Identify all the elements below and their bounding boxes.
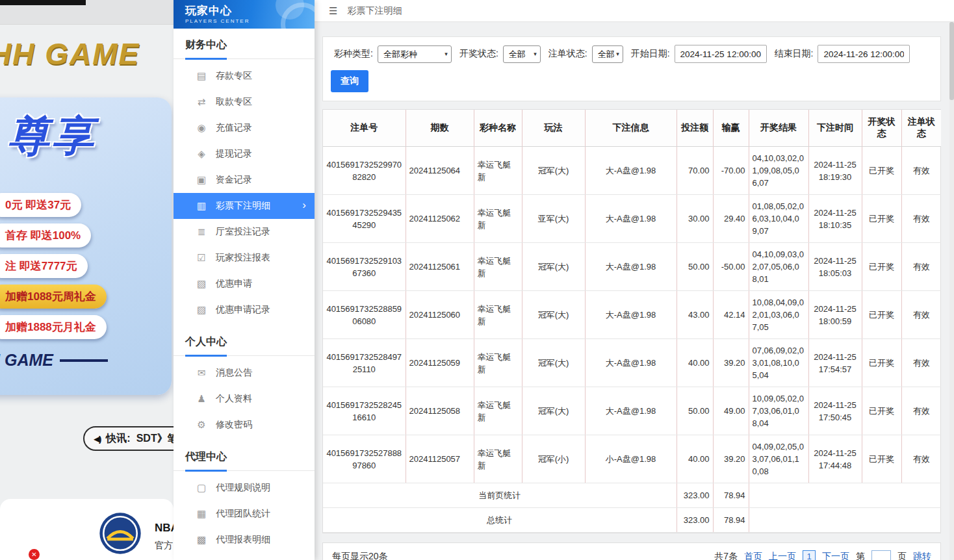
total-summary-label: 总统计 [323,508,677,533]
cell-lottery: 幸运飞艇新 [474,435,522,483]
cell-lottery: 幸运飞艇新 [474,195,522,243]
cell-bet-time: 2024-11-25 18:19:30 [808,147,862,195]
sidebar-item-promo-apply-records[interactable]: ▨ 优惠申请记录 [174,297,315,323]
cell-order-no: 401569173252885906080 [323,291,406,339]
lottery-type-select[interactable]: 全部彩种 ▾ [378,45,452,63]
sidebar-item-deposit[interactable]: ▤ 存款专区 [174,63,315,89]
cell-amount: 70.00 [677,147,713,195]
draw-status-select[interactable]: 全部 ▾ [503,45,541,63]
cell-bet-time: 2024-11-25 18:05:03 [808,243,862,291]
prev-page-link[interactable]: 上一页 [769,551,796,560]
sidebar-item-label: 优惠申请记录 [216,304,270,316]
cell-bet-info: 大-A盘@1.98 [585,243,677,291]
section-finance-title: 财务中心 [185,38,227,60]
sidebar-item-agent-report-details[interactable]: ▩ 代理报表明细 [174,527,315,553]
col-amount: 投注额 [677,110,713,147]
cell-result: 01,08,05,02,06,03,10,04,09,07 [749,195,808,243]
total-summary-win-loss: 78.94 [713,508,749,533]
sidebar-item-profile[interactable]: ♟ 个人资料 [174,386,315,412]
cell-draw-status: 已开奖 [862,243,901,291]
sidebar-item-label: 提现记录 [216,148,252,160]
sidebar-subtitle: PLAYERS CENTER [185,18,315,24]
col-order-status: 注单状态 [901,110,941,147]
sidebar-item-hall-bet-records[interactable]: ≣ 厅室投注记录 [174,219,315,245]
hamburger-icon[interactable]: ☰ [329,5,337,17]
promo-footer-text: H GAME [0,351,53,370]
cell-period: 20241125057 [406,435,474,483]
query-button[interactable]: 查询 [331,70,368,92]
col-period: 期数 [406,110,474,147]
cell-play: 冠军(大) [522,147,585,195]
section-personal-title: 个人中心 [185,335,227,357]
total-summary-row: 总统计 323.00 78.94 [323,508,941,533]
cell-order-status: 有效 [901,387,941,435]
ticker-label: 快讯: [106,432,130,446]
sidebar-item-bet-details[interactable]: ▥ 彩票下注明细 › [174,193,315,219]
section-finance: 财务中心 [174,29,315,59]
page-jump-input[interactable] [871,550,891,560]
cell-order-status: 有效 [901,147,941,195]
sidebar-item-fund-records[interactable]: ▣ 资金记录 [174,167,315,193]
jump-link[interactable]: 跳转 [913,551,931,560]
cell-bet-info: 大-A盘@1.98 [585,339,677,387]
start-date-input[interactable] [675,45,767,63]
table-header-row: 注单号 期数 彩种名称 玩法 下注信息 投注额 输赢 开奖结果 下注时间 开奖状… [323,110,941,147]
sidebar-item-agent-rules[interactable]: ▢ 代理规则说明 [174,475,315,501]
promo-badge[interactable]: 加赠1088元周礼金 [0,285,107,309]
cell-result: 10,08,04,09,02,01,03,06,07,05 [749,291,808,339]
chevron-down-icon: ▾ [616,46,619,62]
next-page-link[interactable]: 下一页 [822,551,849,560]
main-content: ☰ 彩票下注明细 彩种类型: 全部彩种 ▾ 开奖状态: 全部 ▾ 注单状态: 全… [315,0,954,560]
close-icon[interactable]: ✕ [29,549,40,560]
promo-badge[interactable]: 首存 即送100% [0,223,91,248]
cell-win-loss: 49.00 [713,387,749,435]
promo-badge[interactable]: 0元 即送37元 [0,193,81,217]
cell-play: 亚军(大) [522,195,585,243]
scrollbar[interactable] [949,22,954,560]
sidebar-item-label: 优惠申请 [216,278,252,290]
sidebar-item-withdrawal-records[interactable]: ◈ 提现记录 [174,141,315,167]
sidebar-item-label: 厅室投注记录 [216,226,270,238]
end-date-input[interactable] [818,45,910,63]
table-row: 401569173252997082820 20241125064 幸运飞艇新 … [323,147,941,195]
cell-order-no: 401569173252943545290 [323,195,406,243]
cell-win-loss: 29.40 [713,195,749,243]
sidebar-item-label: 消息公告 [216,367,252,379]
sidebar-item-change-password[interactable]: ⚙ 修改密码 [174,412,315,438]
promo-badge[interactable]: 加赠1888元月礼金 [0,315,107,339]
cell-bet-info: 大-A盘@1.98 [585,291,677,339]
end-date-label: 结束日期: [775,48,814,60]
cell-period: 20241125061 [406,243,474,291]
cell-bet-time: 2024-11-25 18:10:35 [808,195,862,243]
sidebar-item-withdraw[interactable]: ⇄ 取款专区 [174,89,315,115]
sidebar-item-agent-promotion[interactable]: ✦ 代理推广管理 [174,553,315,560]
main-topbar: ☰ 彩票下注明细 [315,0,954,22]
cell-order-status: 有效 [901,291,941,339]
per-page-label: 每页显示20条 [332,551,388,560]
sidebar-item-label: 修改密码 [216,419,252,431]
scrollbar-thumb[interactable] [949,22,954,100]
ticker-text: SDT》笔 [136,432,174,446]
col-bet-info: 下注信息 [585,110,677,147]
sidebar-item-recharge-records[interactable]: ◉ 充值记录 [174,115,315,141]
first-page-link[interactable]: 首页 [744,551,762,560]
cell-play: 冠军(大) [522,291,585,339]
sidebar-item-player-bet-report[interactable]: ☑ 玩家投注报表 [174,245,315,271]
promo-badge[interactable]: 注 即送7777元 [0,254,88,278]
team-sub: 官方 [155,537,174,554]
sidebar-item-promo-apply[interactable]: ▧ 优惠申请 [174,271,315,297]
promo-title: 尊享 [8,108,172,164]
table-row: 401569173252788897860 20241125057 幸运飞艇新 … [323,435,941,483]
current-page-indicator[interactable]: 1 [803,550,816,560]
cell-order-no: 401569173252849725110 [323,339,406,387]
withdrawal-records-icon: ◈ [196,148,207,160]
col-play: 玩法 [522,110,585,147]
top-black-bar [0,0,86,5]
cell-draw-status: 已开奖 [862,195,901,243]
order-status-select[interactable]: 全部 ▾ [592,45,623,63]
fund-records-icon: ▣ [196,174,207,186]
sidebar-item-messages[interactable]: ✉ 消息公告 [174,360,315,386]
sidebar-item-agent-team-stats[interactable]: ▦ 代理团队统计 [174,501,315,527]
cell-order-status: 有效 [901,243,941,291]
news-ticker[interactable]: ◀) 快讯: SDT》笔 [83,426,174,451]
